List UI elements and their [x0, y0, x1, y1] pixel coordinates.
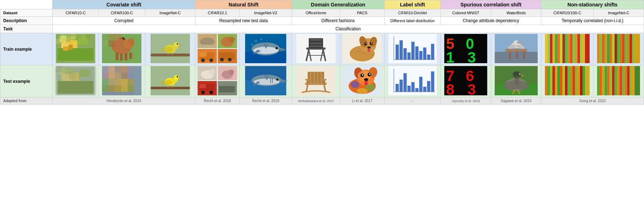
svg-rect-150: [620, 34, 622, 63]
svg-rect-140: [585, 34, 590, 63]
dataset-cifar101: CIFAR10.1: [195, 9, 240, 17]
svg-rect-301: [600, 66, 602, 95]
svg-rect-152: [625, 34, 627, 63]
svg-rect-10: [61, 34, 66, 39]
dataset-officehome: OfficeHome: [292, 9, 340, 17]
desc-nonstat: Temporally correlated (non-i.i.d.): [541, 17, 644, 25]
svg-rect-13: [76, 34, 81, 39]
svg-rect-169: [102, 66, 109, 72]
svg-rect-229: [317, 72, 318, 83]
svg-rect-211: [200, 84, 206, 88]
train-pacs-img: [341, 34, 384, 63]
train-waterbirds: [491, 33, 541, 65]
dataset-cifar10100c: CIFAR10/100-C: [541, 9, 594, 17]
svg-rect-308: [617, 66, 620, 95]
svg-point-123: [517, 42, 518, 43]
svg-rect-9: [56, 34, 61, 39]
svg-rect-139: [582, 34, 585, 63]
svg-rect-167: [56, 66, 95, 95]
test-nonstat2-img: [594, 66, 643, 95]
svg-rect-80: [310, 39, 322, 40]
svg-rect-305: [610, 66, 612, 95]
test-waterbirds: [491, 65, 541, 97]
task-value: Classification: [53, 25, 644, 33]
test-label: Test example: [0, 65, 53, 97]
train-officehome: [292, 33, 340, 65]
description-row: Description Corrupted Resampled new test…: [0, 17, 644, 25]
dataset-cifar10c: CIFAR10-C: [53, 9, 99, 17]
svg-point-251: [357, 88, 367, 94]
svg-rect-156: [635, 34, 640, 63]
svg-rect-179: [102, 79, 109, 85]
svg-rect-82: [310, 46, 322, 47]
svg-text:8: 8: [446, 81, 454, 95]
dataset-imagenetc: ImageNet-C: [145, 9, 195, 17]
svg-rect-256: [399, 80, 402, 92]
svg-rect-228: [313, 72, 315, 83]
svg-rect-8: [68, 45, 73, 50]
svg-rect-312: [627, 66, 630, 95]
test-officehome-img: [293, 66, 339, 95]
svg-rect-132: [565, 34, 567, 63]
svg-rect-173: [128, 66, 135, 72]
svg-rect-296: [577, 66, 580, 95]
svg-rect-27: [102, 34, 109, 40]
main-table: Covariate shift Natural Shift Domain Gen…: [0, 0, 644, 105]
adapted-pacs: Li et al. 2017: [340, 97, 385, 105]
svg-rect-186: [115, 85, 122, 92]
svg-rect-54: [200, 52, 207, 57]
train-imagenetv2: [239, 33, 292, 65]
cat-natural: Natural Shift: [195, 0, 292, 9]
svg-rect-136: [575, 34, 577, 63]
svg-rect-177: [122, 72, 128, 79]
dataset-label: Dataset: [0, 9, 53, 17]
svg-rect-141: [597, 34, 600, 63]
svg-rect-298: [582, 66, 585, 95]
svg-rect-289: [560, 66, 562, 95]
svg-rect-126: [550, 34, 552, 63]
svg-rect-262: [423, 87, 426, 92]
svg-rect-97: [395, 45, 399, 60]
svg-rect-183: [128, 79, 135, 85]
svg-rect-230: [321, 72, 322, 83]
svg-rect-294: [572, 66, 575, 95]
svg-rect-172: [122, 66, 128, 72]
svg-rect-18: [66, 39, 71, 44]
train-cifar10c: [53, 33, 99, 65]
desc-label: Different label distribution: [384, 17, 440, 25]
test-pacs: [340, 65, 385, 97]
svg-rect-128: [555, 34, 557, 63]
svg-rect-134: [570, 34, 572, 63]
svg-rect-131: [562, 34, 565, 63]
svg-rect-288: [557, 66, 560, 95]
desc-natural: Resampled new test data: [195, 17, 292, 25]
category-header-row: Covariate shift Natural Shift Domain Gen…: [0, 0, 644, 9]
svg-rect-260: [415, 88, 418, 92]
svg-point-203: [209, 69, 215, 75]
svg-rect-227: [310, 72, 311, 83]
svg-rect-290: [562, 66, 565, 95]
svg-rect-234: [322, 79, 327, 80]
svg-line-235: [307, 80, 308, 85]
svg-rect-314: [632, 66, 635, 95]
svg-point-90: [366, 43, 367, 44]
svg-point-245: [362, 74, 363, 76]
svg-rect-116: [516, 52, 518, 59]
svg-rect-149: [617, 34, 620, 63]
svg-rect-286: [552, 66, 555, 95]
svg-point-280: [513, 72, 519, 76]
svg-rect-101: [411, 42, 414, 60]
svg-rect-81: [310, 43, 322, 44]
test-colored-mnist-img: 7 6 8 3: [441, 66, 490, 95]
svg-rect-102: [415, 46, 418, 60]
train-cifar100c: [99, 33, 145, 65]
desc-spurious: Change attribute dependency: [441, 17, 541, 25]
dataset-cifar100c: CIFAR100-C: [99, 9, 145, 17]
svg-rect-15: [86, 34, 91, 39]
test-nonstat1-img: [542, 66, 592, 95]
adapted-mnist: Arjovsky et al. 2019: [441, 97, 491, 105]
svg-rect-153: [627, 34, 630, 63]
svg-point-279: [519, 74, 520, 74]
svg-rect-154: [630, 34, 632, 63]
train-example-row: Train example: [0, 33, 644, 65]
